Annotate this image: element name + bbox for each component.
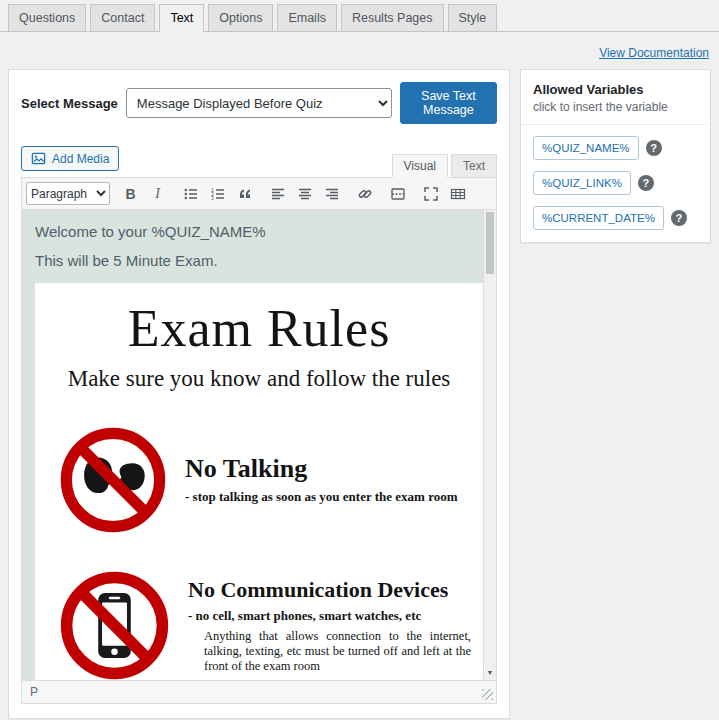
editor-box: Paragraph B I 123: [21, 177, 497, 704]
select-message-label: Select Message: [21, 96, 118, 111]
help-icon[interactable]: ?: [671, 210, 687, 226]
editor-document: Welcome to your %QUIZ_NAME% This will be…: [22, 210, 483, 680]
rule-heading: No Communication Devices: [188, 577, 471, 603]
editor-tab-visual[interactable]: Visual: [392, 154, 448, 178]
rule-text: No Communication Devices - no cell, smar…: [188, 577, 471, 674]
fullscreen-icon[interactable]: [417, 182, 444, 205]
paragraph-format-select[interactable]: Paragraph: [26, 182, 110, 205]
editor-resize-handle[interactable]: [482, 689, 493, 700]
rule-no-talking: No Talking - stop talking as soon as you…: [47, 424, 471, 536]
rule-subheading: - stop talking as soon as you enter the …: [185, 489, 458, 505]
select-message-row: Select Message Message Displayed Before …: [21, 82, 497, 124]
scroll-down-arrow-icon[interactable]: ▼: [484, 666, 496, 679]
tab-options[interactable]: Options: [208, 4, 273, 31]
page-layout: Select Message Message Displayed Before …: [0, 69, 719, 719]
editor-toolbar: Paragraph B I 123: [22, 178, 496, 210]
no-talking-icon: [57, 424, 169, 536]
poster-subtitle: Make sure you know and follow the rules: [47, 366, 471, 392]
help-icon[interactable]: ?: [646, 140, 662, 156]
message-select[interactable]: Message Displayed Before Quiz: [126, 88, 392, 118]
editor-status-bar: P: [22, 680, 496, 703]
no-phone-icon: [57, 568, 172, 681]
italic-icon[interactable]: I: [144, 182, 171, 205]
align-right-icon[interactable]: [318, 182, 345, 205]
tab-style[interactable]: Style: [448, 4, 498, 31]
align-left-icon[interactable]: [264, 182, 291, 205]
editor-content-area[interactable]: Welcome to your %QUIZ_NAME% This will be…: [22, 210, 496, 680]
tab-text[interactable]: Text: [159, 4, 204, 32]
allowed-variables-subtitle: click to insert the variable: [521, 100, 710, 125]
exam-rules-image[interactable]: Exam Rules Make sure you know and follow…: [35, 283, 483, 681]
svg-text:3: 3: [211, 194, 214, 200]
documentation-row: View Documentation: [0, 32, 719, 69]
rule-subheading: - no cell, smart phones, smart watches, …: [188, 608, 471, 624]
variable-quiz-link-button[interactable]: %QUIZ_LINK%: [533, 171, 631, 195]
tab-contact[interactable]: Contact: [90, 4, 155, 31]
editor-mode-tabs: Visual Text: [389, 153, 497, 177]
align-center-icon[interactable]: [291, 182, 318, 205]
read-more-icon[interactable]: [384, 182, 411, 205]
variable-row: %QUIZ_LINK% ?: [533, 171, 698, 195]
bold-icon[interactable]: B: [117, 182, 144, 205]
add-media-button[interactable]: Add Media: [21, 146, 119, 171]
rule-detail: Anything that allows connection to the i…: [188, 629, 471, 674]
add-media-label: Add Media: [52, 152, 109, 166]
nav-tab-bar: Questions Contact Text Options Emails Re…: [0, 0, 719, 32]
rule-no-communication-devices: No Communication Devices - no cell, smar…: [47, 568, 471, 681]
allowed-variables-panel: Allowed Variables click to insert the va…: [520, 69, 711, 243]
tab-results-pages[interactable]: Results Pages: [341, 4, 444, 31]
editor-paragraph: Welcome to your %QUIZ_NAME%: [35, 223, 469, 242]
variable-row: %QUIZ_NAME% ?: [533, 136, 698, 160]
text-message-panel: Select Message Message Displayed Before …: [8, 69, 510, 719]
save-text-message-button[interactable]: Save Text Message: [400, 82, 497, 124]
editor-top-row: Add Media Visual Text: [21, 146, 497, 177]
wp-editor: Add Media Visual Text Paragraph B I: [21, 146, 497, 704]
variable-current-date-button[interactable]: %CURRENT_DATE%: [533, 206, 664, 230]
editor-scrollbar[interactable]: ▼: [483, 210, 496, 680]
view-documentation-link[interactable]: View Documentation: [599, 46, 709, 60]
poster-title: Exam Rules: [47, 299, 471, 358]
blockquote-icon[interactable]: [231, 182, 258, 205]
variable-quiz-name-button[interactable]: %QUIZ_NAME%: [533, 136, 639, 160]
link-icon[interactable]: [351, 182, 378, 205]
help-icon[interactable]: ?: [638, 175, 654, 191]
rule-heading: No Talking: [185, 454, 458, 484]
rule-text: No Talking - stop talking as soon as you…: [185, 454, 458, 505]
variable-row: %CURRENT_DATE% ?: [533, 206, 698, 230]
toolbar-toggle-icon[interactable]: [444, 182, 471, 205]
add-media-icon: [31, 151, 46, 166]
allowed-variables-title: Allowed Variables: [533, 82, 698, 97]
editor-tab-text[interactable]: Text: [451, 154, 497, 178]
bulleted-list-icon[interactable]: [177, 182, 204, 205]
editor-element-path: P: [30, 685, 38, 699]
tab-emails[interactable]: Emails: [277, 4, 337, 31]
editor-paragraph: This will be 5 Minute Exam.: [35, 252, 469, 271]
scrollbar-thumb[interactable]: [486, 212, 494, 274]
tab-questions[interactable]: Questions: [8, 4, 86, 31]
numbered-list-icon[interactable]: 123: [204, 182, 231, 205]
